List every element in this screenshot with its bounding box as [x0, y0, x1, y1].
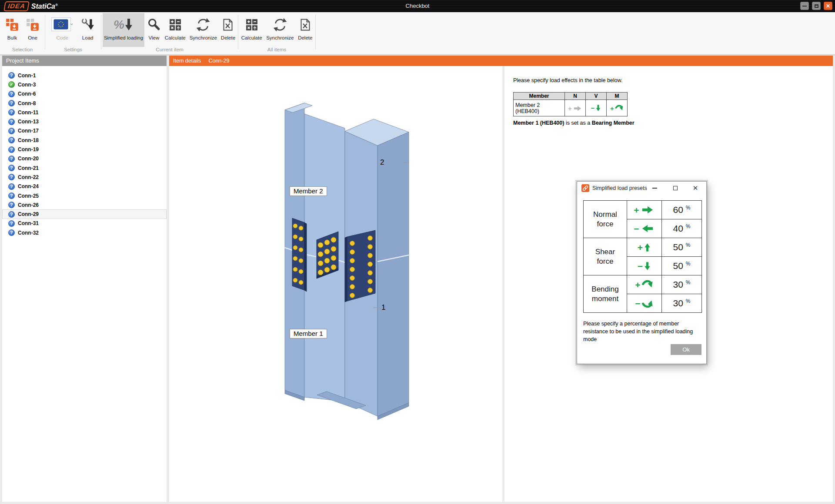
item-details-label: Item details — [173, 58, 201, 64]
project-item[interactable]: ?Conn-25 — [2, 191, 167, 200]
project-item[interactable]: ?Conn-24 — [2, 182, 167, 191]
negative-left-arrow-icon: − — [634, 224, 655, 233]
ok-button[interactable]: Ok — [671, 344, 701, 355]
calculate-current-button[interactable]: Calculate — [164, 13, 187, 47]
maximize-button[interactable] — [812, 2, 821, 10]
calculate-icon — [245, 15, 258, 35]
question-status-icon: ? — [8, 156, 15, 162]
connection-link-icon — [581, 184, 589, 192]
question-status-icon: ? — [8, 202, 15, 208]
group-label-selection: Selection — [0, 47, 45, 54]
percent-sign: % — [686, 279, 691, 285]
close-icon: ✕ — [693, 184, 698, 192]
calculate-icon — [169, 15, 182, 35]
project-item-label: Conn-31 — [18, 220, 39, 226]
project-item[interactable]: ?Conn-20 — [2, 154, 167, 163]
ribbon-group-current-item: % Simplified loading View Calculate — [101, 12, 238, 54]
negative-down-arrow-icon: − — [591, 104, 601, 112]
positive-right-arrow-icon: + — [634, 205, 655, 215]
group-label-settings: Settings — [45, 47, 101, 54]
simplified-loading-button[interactable]: % Simplified loading — [103, 13, 144, 47]
question-status-icon: ? — [8, 91, 15, 97]
delete-document-icon — [299, 15, 312, 35]
calculate-all-button[interactable]: Calculate — [240, 13, 264, 47]
project-item-label: Conn-32 — [18, 230, 39, 236]
preset-value-cell[interactable]: 30 % — [662, 275, 702, 294]
dialog-close-button[interactable]: ✕ — [687, 182, 704, 195]
preset-value-cell[interactable]: 50 % — [662, 257, 702, 275]
column-header-n: N — [565, 93, 586, 100]
minimize-icon — [802, 6, 807, 7]
question-status-icon: ? — [8, 192, 15, 199]
dialog-title: Simplified load presets — [592, 185, 647, 191]
close-icon: ✕ — [826, 3, 830, 9]
percent-sign: % — [686, 223, 691, 229]
project-item[interactable]: ?Conn-21 — [2, 163, 167, 172]
load-presets-rows: Normalforce+60 %−40 %Shearforce+50 %−50 … — [584, 201, 702, 313]
close-button[interactable]: ✕ — [824, 2, 832, 10]
project-item[interactable]: ?Conn-29 — [2, 209, 167, 219]
preset-group-label: Normalforce — [584, 201, 627, 238]
project-item-label: Conn-26 — [18, 202, 39, 208]
member-1-label: Member 1 — [290, 329, 327, 338]
project-item[interactable]: ?Conn-1 — [2, 71, 167, 80]
project-item[interactable]: ?Conn-18 — [2, 136, 167, 145]
project-item[interactable]: ?Conn-6 — [2, 90, 167, 99]
project-item[interactable]: ?Conn-19 — [2, 145, 167, 154]
load-presets-table: Normalforce+60 %−40 %Shearforce+50 %−50 … — [583, 200, 702, 313]
positive-up-arrow-icon: + — [638, 242, 651, 253]
project-item[interactable]: ?Conn-31 — [2, 219, 167, 228]
code-button[interactable]: Code — [50, 13, 74, 47]
project-item[interactable]: ?Conn-13 — [2, 117, 167, 126]
dialog-minimize-button[interactable] — [646, 182, 663, 195]
positive-right-arrow-icon: + — [568, 105, 582, 112]
project-item[interactable]: ?Conn-32 — [2, 228, 167, 237]
shear-force-cell[interactable]: − — [586, 100, 607, 116]
magnifier-icon — [147, 15, 161, 35]
dialog-title-bar[interactable]: Simplified load presets ✕ — [577, 182, 706, 195]
delete-current-button[interactable]: Delete — [220, 13, 237, 47]
positive-cw-arrow-icon: + — [610, 105, 624, 112]
bearing-member-note: Member 1 (HEB400) is set as a Bearing Me… — [513, 120, 635, 126]
project-item[interactable]: ✓Conn-3 — [2, 80, 167, 89]
dialog-maximize-button[interactable] — [667, 182, 684, 195]
project-item[interactable]: ?Conn-8 — [2, 99, 167, 108]
preset-direction-cell: − — [627, 294, 662, 313]
one-button[interactable]: One — [24, 13, 41, 47]
preset-value: 40 — [673, 223, 683, 233]
bulk-import-icon — [5, 15, 19, 35]
project-item[interactable]: ?Conn-26 — [2, 200, 167, 209]
moment-cell[interactable]: + — [607, 100, 628, 116]
preset-value-cell[interactable]: 50 % — [662, 238, 702, 257]
idea-logo-badge: IDEA — [3, 1, 30, 11]
preset-group-label: Bendingmoment — [584, 275, 627, 313]
synchronize-all-button[interactable]: Synchronize — [265, 13, 295, 47]
connection-3d-view[interactable]: Member 2 Member 1 2 1 — [169, 66, 502, 504]
preset-value-cell[interactable]: 30 % — [662, 294, 702, 313]
member-1-number: 1 — [381, 303, 385, 312]
preset-value-cell[interactable]: 40 % — [662, 219, 702, 238]
project-item[interactable]: ?Conn-11 — [2, 108, 167, 117]
project-item[interactable]: ?Conn-22 — [2, 172, 167, 182]
minimize-button[interactable] — [800, 2, 809, 10]
ribbon-separator — [315, 15, 316, 49]
view-button[interactable]: View — [146, 13, 162, 47]
one-import-icon — [26, 15, 40, 35]
project-item-label: Conn-17 — [18, 128, 39, 134]
eu-flag-icon — [51, 15, 73, 35]
project-item-label: Conn-6 — [18, 91, 36, 97]
delete-all-button[interactable]: Delete — [297, 13, 314, 47]
bulk-button[interactable]: Bulk — [4, 13, 20, 47]
percent-sign: % — [686, 261, 691, 267]
project-items-panel: Project Items ?Conn-1✓Conn-3?Conn-6?Conn… — [2, 56, 167, 502]
load-button[interactable]: Load — [80, 13, 96, 47]
normal-force-cell[interactable]: + — [565, 100, 586, 116]
project-item[interactable]: ?Conn-17 — [2, 126, 167, 136]
project-item-label: Conn-22 — [18, 174, 39, 180]
preset-value: 60 — [673, 205, 683, 215]
check-status-icon: ✓ — [8, 81, 15, 88]
synchronize-icon — [272, 15, 288, 35]
percent-down-icon: % — [114, 15, 134, 35]
synchronize-current-button[interactable]: Synchronize — [188, 13, 218, 47]
preset-value-cell[interactable]: 60 % — [662, 201, 702, 219]
